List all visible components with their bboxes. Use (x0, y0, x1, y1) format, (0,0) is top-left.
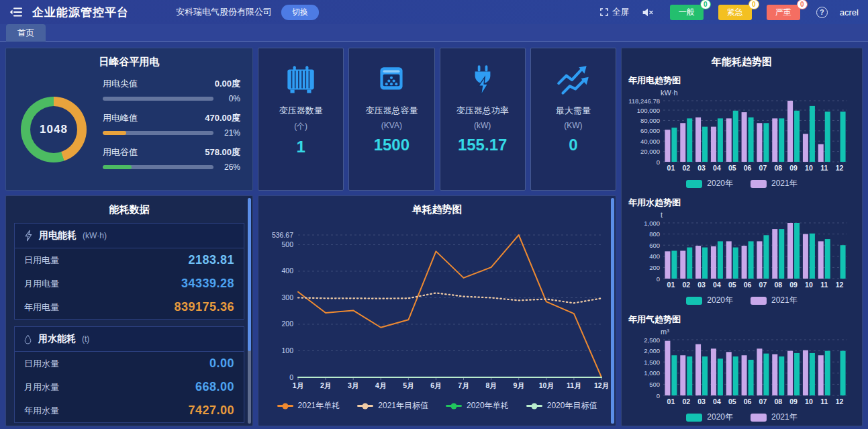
svg-text:1,000: 1,000 (644, 369, 660, 377)
fullscreen-label: 全屏 (612, 6, 630, 18)
legend-item[interactable]: 2020年 (686, 412, 733, 423)
peak-row-percent: 26% (219, 162, 240, 172)
alarm-group: 一般 0 紧急 0 严重 0 (670, 5, 800, 20)
alarm-badge-urgent: 0 (749, 0, 759, 9)
stat-value: 0 (569, 136, 577, 154)
svg-text:12: 12 (836, 281, 844, 289)
bar-chart-legend: 2020年 2021年 (622, 295, 862, 306)
energy-panel-scrollbar[interactable] (248, 198, 251, 424)
svg-text:08: 08 (774, 164, 782, 172)
alarm-button-general[interactable]: 一般 0 (670, 5, 704, 20)
stat-value: 1500 (374, 136, 409, 154)
legend-item[interactable]: 2021年 (751, 295, 798, 306)
legend-item[interactable]: 2020年 (686, 295, 733, 306)
legend-item[interactable]: 2020年 (686, 178, 733, 189)
peak-row: 用电谷值578.00度 26% (103, 146, 240, 172)
alarm-badge-severe: 0 (797, 0, 808, 9)
svg-text:400: 400 (281, 267, 293, 275)
stat-unit: (kW) (474, 121, 491, 130)
stat-cards: 变压器数量 (个) 1 变压器总容量 (KVA) 1500 (258, 48, 616, 191)
top-header: 企业能源管控平台 安科瑞电气股份有限公司 切换 全屏 一般 0 紧急 0 严重 … (0, 0, 868, 24)
legend-item[interactable]: 2021年单耗 (277, 400, 340, 412)
energy-row-value: 668.00 (195, 380, 234, 394)
progress-fill (103, 131, 126, 135)
svg-text:05: 05 (728, 281, 736, 289)
svg-text:02: 02 (682, 164, 690, 172)
svg-text:06: 06 (744, 281, 752, 289)
username[interactable]: acrel (840, 7, 859, 17)
subchart-title: 年用水趋势图 (622, 192, 862, 211)
energy-row-value: 839175.36 (174, 300, 234, 314)
legend-item[interactable]: 2021年目标值 (357, 400, 428, 412)
stat-card-transformer-power: 变压器总功率 (kW) 155.17 (440, 48, 526, 191)
alarm-button-urgent[interactable]: 紧急 0 (718, 5, 752, 20)
annual-water-chart: 1,00080060040020000102030405060708091011… (622, 220, 853, 291)
section-name: 用电能耗 (39, 230, 77, 242)
capacity-icon (372, 64, 411, 97)
peak-row-label: 用电峰值 (103, 112, 138, 124)
stat-label: 变压器数量 (279, 105, 323, 117)
svg-text:2月: 2月 (320, 381, 331, 389)
legend-item[interactable]: 2020年单耗 (446, 400, 509, 412)
svg-text:03: 03 (697, 164, 706, 172)
svg-text:06: 06 (744, 164, 752, 172)
legend-item[interactable]: 2021年 (751, 412, 798, 423)
energy-data-panel: 能耗数据 用电能耗 (kW·h) 日用电量2183.81 月用电量34339.2… (5, 195, 253, 426)
svg-text:04: 04 (713, 397, 721, 406)
switch-company-button[interactable]: 切换 (281, 5, 319, 20)
scrollbar-thumb[interactable] (611, 198, 614, 424)
trend-panel-scrollbar[interactable] (611, 198, 614, 424)
legend-item[interactable]: 2020年目标值 (526, 400, 597, 412)
company-selector: 安科瑞电气股份有限公司 切换 (176, 5, 319, 20)
legend-item[interactable]: 2021年 (751, 178, 798, 189)
energy-row-value: 7427.00 (188, 403, 234, 418)
energy-row-label: 月用电量 (24, 278, 59, 290)
svg-text:7月: 7月 (458, 381, 469, 389)
svg-text:05: 05 (728, 164, 736, 172)
annual-electricity-chart: 118,246.78100,00080,00060,00040,00020,00… (622, 97, 853, 174)
fullscreen-button[interactable]: 全屏 (599, 6, 630, 18)
annual-gas-chart: 2,5002,0001,5001,00050000102030405060708… (622, 336, 853, 408)
svg-text:12月: 12月 (594, 381, 609, 389)
svg-text:9月: 9月 (514, 381, 524, 389)
unit-consumption-panel: 单耗趋势图 536.6750040030020010001月2月3月4月5月6月… (258, 195, 616, 426)
subchart-unit: m³ (661, 328, 862, 336)
section-name: 用水能耗 (38, 333, 76, 345)
line-chart-legend: 2021年单耗 2021年目标值 2020年单耗 2020年目标值 (258, 400, 616, 412)
svg-text:03: 03 (697, 397, 706, 406)
legend-label: 2021年单耗 (298, 400, 340, 412)
svg-text:06: 06 (744, 397, 752, 406)
svg-text:3月: 3月 (348, 381, 358, 389)
svg-text:11: 11 (820, 164, 828, 172)
peak-donut-total: 1048 (40, 123, 68, 136)
mute-icon[interactable] (642, 7, 654, 17)
scrollbar-thumb[interactable] (248, 198, 251, 351)
svg-text:80,000: 80,000 (640, 117, 660, 124)
alarm-label: 一般 (679, 7, 695, 17)
stat-label: 最大需量 (556, 105, 591, 117)
alarm-badge-general: 0 (700, 0, 711, 9)
svg-text:0: 0 (289, 373, 293, 381)
svg-text:536.67: 536.67 (272, 231, 293, 239)
collapse-menu-icon[interactable] (9, 6, 23, 18)
tab-home[interactable]: 首页 (6, 24, 46, 42)
power-plug-icon (463, 64, 502, 97)
transformer-icon (281, 64, 320, 97)
peak-row-value: 470.00度 (205, 112, 240, 124)
subchart-unit: kW·h (661, 89, 862, 97)
help-icon[interactable]: ? (816, 7, 828, 18)
svg-text:07: 07 (759, 281, 767, 289)
peak-donut-ring: 1048 (21, 97, 87, 162)
bar-chart-legend: 2020年 2021年 (622, 412, 862, 423)
svg-text:600: 600 (649, 242, 660, 249)
alarm-label: 紧急 (727, 7, 743, 17)
tab-bar: 首页 (0, 24, 868, 42)
legend-label: 2021年目标值 (378, 400, 428, 412)
energy-row-value: 0.00 (209, 356, 234, 371)
legend-label: 2021年 (771, 295, 798, 306)
energy-row: 日用电量2183.81 (15, 248, 244, 272)
svg-text:200: 200 (649, 264, 660, 271)
subchart-title: 年用气趋势图 (622, 309, 862, 328)
alarm-button-severe[interactable]: 严重 0 (767, 5, 800, 20)
dashboard: 日峰谷平用电 1048 用电尖值0.00度 0% 用电峰值470.00度 21% (0, 42, 868, 429)
